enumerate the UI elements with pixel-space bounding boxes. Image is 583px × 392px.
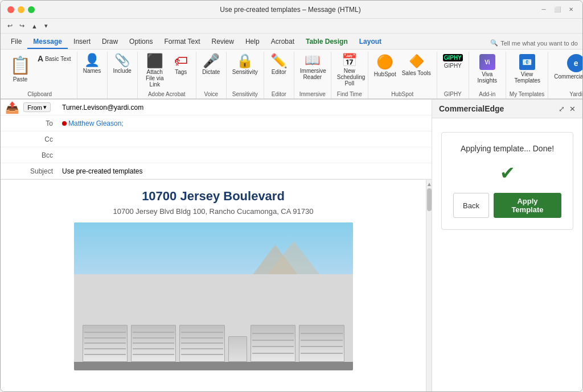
to-recipient-tag: Matthew Gleason; (62, 119, 124, 127)
tab-review[interactable]: Review (206, 35, 240, 49)
ground (74, 362, 353, 370)
email-body: 10700 Jersey Boulevard 10700 Jersey Blvd… (1, 180, 432, 391)
paste-button[interactable]: 📋 Paste (6, 53, 34, 85)
ribbon-group-addin: Vi Viva Insights Add-in (469, 52, 506, 98)
editor-label: Editor (272, 69, 286, 75)
viva-insights-button[interactable]: Vi Viva Insights (473, 53, 502, 85)
apply-template-button[interactable]: Apply Template (494, 193, 561, 218)
tab-insert[interactable]: Insert (68, 35, 96, 49)
tab-help[interactable]: Help (240, 35, 265, 49)
scroll-up-arrow[interactable]: ▲ (426, 180, 432, 187)
restore-btn[interactable]: ⬜ (553, 6, 562, 14)
tab-draw[interactable]: Draw (96, 35, 124, 49)
findtime-group-label: Find Time (337, 90, 362, 98)
view-templates-icon: 📧 (519, 54, 535, 70)
names-button[interactable]: 👤 Names (81, 53, 104, 75)
sensitivity-icon: 🔒 (236, 54, 253, 68)
close-btn[interactable]: ✕ (566, 6, 576, 14)
tags-button[interactable]: 🏷 Tags (170, 53, 192, 76)
success-card: Applying template... Done! ✔ Back Apply … (441, 132, 573, 230)
close-panel-button[interactable]: ✕ (569, 105, 576, 113)
ribbon-group-editor: ✏️ Editor Editor (264, 52, 294, 98)
view-templates-button[interactable]: 📧 View Templates (512, 53, 542, 85)
scroll-thumb[interactable] (427, 188, 432, 211)
minimize-window-button[interactable] (18, 6, 24, 13)
viva-insights-label: Viva Insights (475, 71, 500, 84)
tab-layout[interactable]: Layout (354, 35, 387, 49)
expand-panel-button[interactable]: ⤢ (559, 105, 565, 113)
ribbon: 📋 Paste A Basic Text Clipboard 👤 Names (1, 49, 582, 100)
cc-row: Cc (1, 131, 432, 147)
scheduling-poll-button[interactable]: 📅 New Scheduling Poll (335, 53, 364, 88)
from-button[interactable]: From ▾ (23, 102, 51, 112)
tab-table-design[interactable]: Table Design (300, 35, 354, 49)
immersive-items: 📖 Immersive Reader (298, 52, 327, 90)
tab-message[interactable]: Message (27, 35, 68, 49)
attach-file-button[interactable]: ⬛ Attach File via Link (141, 53, 169, 89)
cc-input[interactable] (58, 133, 432, 146)
tab-acrobat[interactable]: Acrobat (265, 35, 300, 49)
names-label: Names (83, 68, 101, 74)
ribbon-group-include: 📎 Include (108, 52, 138, 98)
bcc-input[interactable] (58, 149, 432, 162)
ribbon-group-findtime: 📅 New Scheduling Poll Find Time (331, 52, 368, 98)
commercial-edge-button[interactable]: e CommercialEdge (552, 53, 582, 81)
send-button[interactable]: 📤 (1, 101, 23, 114)
title-bar: Use pre-created templates – Message (HTM… (1, 1, 582, 19)
back-button[interactable]: Back (453, 193, 489, 218)
include-label: Include (113, 68, 132, 74)
basic-text-button[interactable]: A Basic Text (35, 53, 73, 64)
mountains-svg (227, 237, 353, 274)
minimize-btn[interactable]: ─ (539, 6, 548, 14)
dictate-label: Dictate (202, 69, 220, 75)
side-panel-header: CommercialEdge ⤢ ✕ (432, 100, 582, 118)
giphy-button[interactable]: GIPHY GIPHY (441, 53, 465, 70)
undo-button[interactable]: ↩ (5, 21, 15, 31)
garage-door-5 (251, 325, 295, 362)
to-field[interactable]: Matthew Gleason; (58, 117, 432, 130)
maximize-window-button[interactable] (28, 6, 35, 13)
editor-button[interactable]: ✏️ Editor (268, 53, 290, 76)
garage-door-1 (83, 325, 128, 362)
editor-group-label: Editor (272, 90, 286, 98)
success-message: Applying template... Done! (461, 144, 554, 153)
ribbon-group-clipboard: 📋 Paste A Basic Text Clipboard (3, 52, 77, 98)
subject-input[interactable] (58, 165, 432, 178)
tab-file[interactable]: File (5, 35, 27, 49)
redo-button[interactable]: ↪ (17, 21, 27, 31)
ribbon-group-yardi: e CommercialEdge Yardi (548, 52, 582, 98)
up-button[interactable]: ▲ (29, 22, 40, 31)
include-items: 📎 Include (111, 52, 134, 96)
close-window-button[interactable] (7, 6, 14, 13)
immersive-group-label: Immersive (299, 90, 326, 98)
property-title: 10700 Jersey Boulevard (142, 189, 285, 204)
immersive-reader-button[interactable]: 📖 Immersive Reader (298, 53, 327, 81)
tab-format-text[interactable]: Format Text (158, 35, 206, 49)
email-fields: 📤 From ▾ Turner.Levison@yardi.com To (1, 100, 432, 180)
include-icon: 📎 (114, 54, 130, 67)
giphy-items: GIPHY GIPHY (441, 52, 465, 90)
sensitivity-button[interactable]: 🔒 Sensitivity (230, 53, 260, 76)
vertical-scrollbar[interactable]: ▲ (426, 180, 432, 391)
quick-access-dropdown[interactable]: ▾ (42, 21, 50, 31)
search-icon: 🔍 (490, 39, 498, 47)
ribbon-group-voice: 🎤 Dictate Voice (196, 52, 227, 98)
recipient-name[interactable]: Matthew Gleason; (68, 119, 124, 127)
hubspot-button[interactable]: 🟠 HubSpot (372, 53, 399, 79)
dictate-button[interactable]: 🎤 Dictate (200, 53, 223, 76)
garage-door-4 (228, 336, 247, 362)
ribbon-group-immersive: 📖 Immersive Reader Immersive (294, 52, 331, 98)
cc-label-cell: Cc (23, 135, 58, 143)
hubspot-icon: 🟠 (376, 54, 393, 70)
include-button[interactable]: 📎 Include (111, 53, 134, 75)
side-panel-controls: ⤢ ✕ (559, 105, 576, 113)
traffic-lights (7, 6, 35, 13)
giphy-group-label: GIPHY (444, 90, 462, 98)
findtime-items: 📅 New Scheduling Poll (335, 52, 364, 90)
email-panel: 📤 From ▾ Turner.Levison@yardi.com To (1, 100, 432, 391)
property-address: 10700 Jersey Blvd Bldg 100, Rancho Cucam… (113, 207, 314, 216)
sales-tools-button[interactable]: 🔶 Sales Tools (400, 53, 433, 77)
subject-label: Subject (30, 167, 53, 175)
tab-options[interactable]: Options (124, 35, 158, 49)
search-box[interactable]: 🔍 Tell me what you want to do (490, 39, 578, 47)
